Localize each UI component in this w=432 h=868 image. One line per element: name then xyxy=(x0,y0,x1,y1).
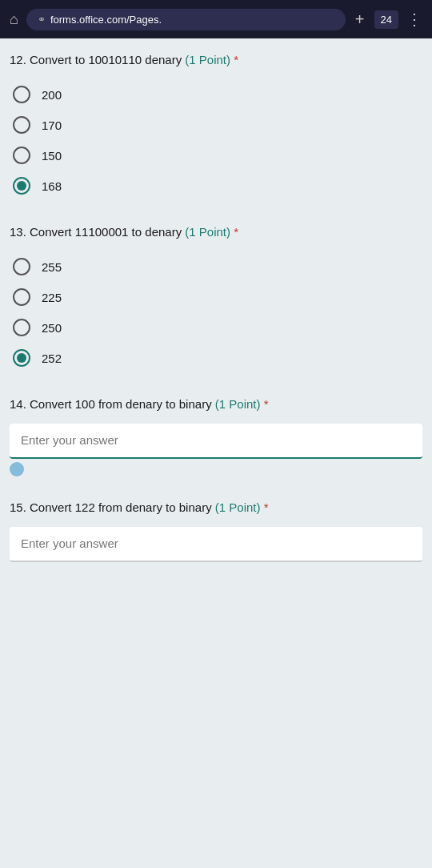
radio-150[interactable] xyxy=(13,147,30,164)
question-12-required: * xyxy=(234,53,238,66)
url-bar[interactable]: ⚭ forms.office.com/Pages. xyxy=(26,9,346,30)
new-tab-button[interactable]: + xyxy=(350,7,370,32)
form-content: 12. Convert to 10010110 denary (1 Point)… xyxy=(0,38,432,597)
question-12-title: 12. Convert to 10010110 denary (1 Point)… xyxy=(10,51,422,68)
browser-chrome: ⌂ ⚭ forms.office.com/Pages. + 24 ⋮ xyxy=(0,0,432,38)
question-13-required: * xyxy=(234,225,238,239)
question-13-points: (1 Point) xyxy=(185,225,230,239)
question-13-option-225[interactable]: 225 xyxy=(10,282,422,312)
question-12-option-168[interactable]: 168 xyxy=(10,171,422,201)
lock-icon: ⚭ xyxy=(38,14,46,25)
question-13-title: 13. Convert 11100001 to denary (1 Point)… xyxy=(10,223,422,240)
radio-label-255: 255 xyxy=(42,260,62,274)
radio-200[interactable] xyxy=(13,86,30,103)
question-13-option-255[interactable]: 255 xyxy=(10,251,422,282)
tab-count-badge[interactable]: 24 xyxy=(374,10,398,29)
radio-252[interactable] xyxy=(13,349,30,367)
browser-menu-button[interactable]: ⋮ xyxy=(403,6,426,32)
question-14-title: 14. Convert 100 from denary to binary (1… xyxy=(10,396,422,412)
radio-label-200: 200 xyxy=(42,88,62,102)
question-14-input[interactable] xyxy=(21,433,411,447)
question-13-option-252[interactable]: 252 xyxy=(10,343,422,373)
question-15-input[interactable] xyxy=(21,536,411,550)
question-15-title: 15. Convert 122 from denary to binary (1… xyxy=(10,499,422,516)
question-15-input-wrapper[interactable] xyxy=(10,527,422,562)
radio-label-170: 170 xyxy=(42,119,62,132)
radio-255[interactable] xyxy=(13,258,30,275)
radio-label-150: 150 xyxy=(42,149,62,163)
question-12-option-200[interactable]: 200 xyxy=(10,79,422,110)
radio-label-252: 252 xyxy=(42,352,62,365)
url-text: forms.office.com/Pages. xyxy=(50,14,162,26)
radio-225[interactable] xyxy=(13,288,30,306)
question-15-points: (1 Point) xyxy=(215,500,261,514)
question-14-points: (1 Point) xyxy=(215,397,261,411)
question-12: 12. Convert to 10010110 denary (1 Point)… xyxy=(10,51,422,201)
question-13-option-250[interactable]: 250 xyxy=(10,312,422,343)
radio-250[interactable] xyxy=(13,319,30,336)
radio-170[interactable] xyxy=(13,116,30,134)
radio-label-250: 250 xyxy=(42,321,62,335)
question-15-required: * xyxy=(264,500,269,514)
question-15: 15. Convert 122 from denary to binary (1… xyxy=(10,499,422,562)
question-12-option-150[interactable]: 150 xyxy=(10,140,422,171)
radio-168[interactable] xyxy=(13,177,30,195)
home-icon[interactable]: ⌂ xyxy=(6,8,22,31)
question-13: 13. Convert 11100001 to denary (1 Point)… xyxy=(10,223,422,373)
radio-label-168: 168 xyxy=(42,179,62,193)
question-14: 14. Convert 100 from denary to binary (1… xyxy=(10,396,422,476)
question-12-option-170[interactable]: 170 xyxy=(10,110,422,140)
question-14-required: * xyxy=(264,397,269,411)
cursor-indicator xyxy=(10,462,24,476)
question-12-points: (1 Point) xyxy=(185,53,230,66)
question-14-input-wrapper[interactable] xyxy=(10,424,422,459)
radio-label-225: 225 xyxy=(42,291,62,304)
